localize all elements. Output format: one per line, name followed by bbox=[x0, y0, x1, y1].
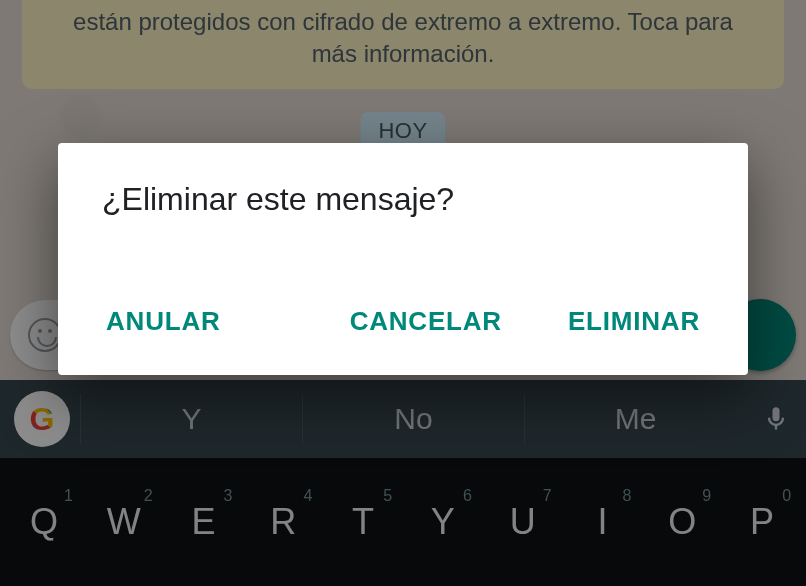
eliminar-button[interactable]: ELIMINAR bbox=[564, 298, 704, 345]
delete-message-dialog: ¿Eliminar este mensaje? ANULAR CANCELAR … bbox=[58, 143, 748, 375]
dialog-actions: ANULAR CANCELAR ELIMINAR bbox=[102, 298, 704, 345]
anular-button[interactable]: ANULAR bbox=[102, 298, 225, 345]
cancelar-button[interactable]: CANCELAR bbox=[346, 298, 506, 345]
dialog-title: ¿Eliminar este mensaje? bbox=[102, 181, 704, 218]
